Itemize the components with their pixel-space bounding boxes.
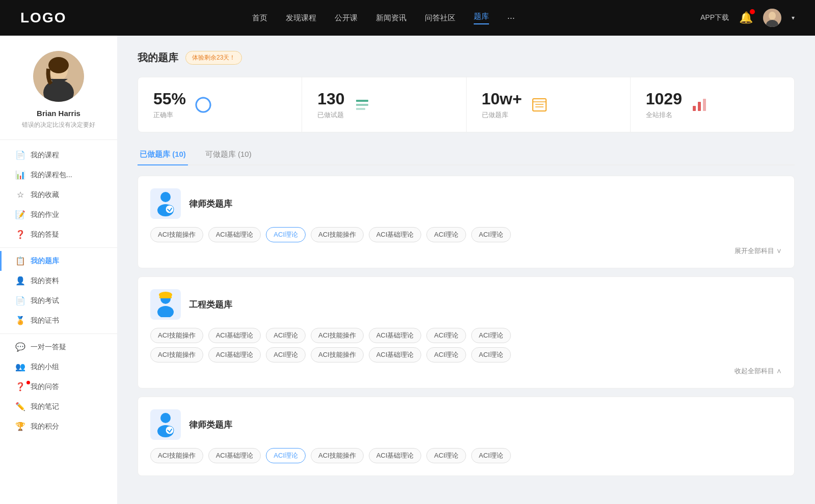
sidebar: Brian Harris 错误的决定比没有决定要好 📄 我的课程 📊 我的课程包… [0,36,117,504]
svg-rect-9 [356,104,368,106]
svg-point-20 [166,205,174,213]
tag-eng-8[interactable]: ACI基础理论 [208,347,261,362]
stat-ranking: 1029 全站排名 [631,77,794,132]
tag-lawyer2-4[interactable]: ACI基础理论 [369,448,422,463]
stat-accuracy-value: 55% [153,90,186,108]
tag-eng-4[interactable]: ACI基础理论 [369,328,422,343]
svg-rect-8 [356,100,368,102]
packages-icon: 📊 [15,170,25,180]
stat-ranking-label: 全站排名 [646,110,682,120]
sidebar-item-exam[interactable]: 📄 我的考试 [0,291,117,311]
nav-item-qa[interactable]: 问答社区 [425,13,455,23]
tag-lawyer-1-5[interactable]: ACI理论 [426,227,466,242]
stat-done-questions: 130 已做试题 [302,77,466,132]
sidebar-item-certificate[interactable]: 🏅 我的证书 [0,311,117,330]
bank-card-engineer-header: 工程类题库 [150,289,782,320]
sidebar-item-profile[interactable]: 👤 我的资料 [0,271,117,291]
svg-rect-16 [698,102,701,111]
nav-right: APP下载 🔔 ▾ [700,9,795,27]
tag-lawyer-1-3[interactable]: ACI技能操作 [311,227,364,242]
bank-card-lawyer-2-header: 律师类题库 [150,409,782,440]
svg-point-1 [769,12,776,20]
nav-item-bank[interactable]: 题库 [474,12,489,24]
tag-eng-2[interactable]: ACI理论 [266,328,306,343]
sidebar-item-question-bank[interactable]: 📋 我的题库 [0,251,117,271]
tag-lawyer2-6[interactable]: ACI理论 [471,448,511,463]
tag-eng-10[interactable]: ACI技能操作 [311,347,364,362]
bank-engineer-tags-row2: ACI技能操作 ACI基础理论 ACI理论 ACI技能操作 ACI基础理论 AC… [150,347,782,362]
tag-eng-0[interactable]: ACI技能操作 [150,328,203,343]
sidebar-item-my-qa[interactable]: ❓ 我的答疑 [0,225,117,244]
tab-available[interactable]: 可做题库 (10) [203,145,254,164]
avatar[interactable] [763,9,781,27]
svg-point-6 [48,57,69,73]
bank-engineer-icon [150,289,181,320]
tutoring-icon: 💬 [15,342,25,352]
tag-eng-13[interactable]: ACI理论 [471,347,511,362]
tag-eng-7[interactable]: ACI技能操作 [150,347,203,362]
sidebar-item-notes[interactable]: ✏️ 我的笔记 [0,397,117,416]
courses-icon: 📄 [15,150,25,160]
stat-done-questions-value: 130 [317,90,344,108]
notification-bell[interactable]: 🔔 [739,11,753,24]
tag-lawyer2-3[interactable]: ACI技能操作 [311,448,364,463]
svg-point-18 [160,192,171,202]
profile-icon: 👤 [15,276,25,286]
tag-eng-1[interactable]: ACI基础理论 [208,328,261,343]
nav-item-open[interactable]: 公开课 [335,13,358,23]
tag-eng-9[interactable]: ACI理论 [266,347,306,362]
nav-more-icon[interactable]: ··· [507,13,515,23]
sidebar-item-homework[interactable]: 📝 我的作业 [0,205,117,225]
points-icon: 🏆 [15,422,25,431]
tag-eng-3[interactable]: ACI技能操作 [311,328,364,343]
book-icon-svg [531,97,548,113]
svg-rect-10 [356,108,365,110]
page-title: 我的题库 [138,51,178,65]
tag-lawyer2-2[interactable]: ACI理论 [266,448,306,463]
navbar: LOGO 首页 发现课程 公开课 新闻资讯 问答社区 题库 ··· APP下载 … [0,0,815,36]
tab-done[interactable]: 已做题库 (10) [138,145,188,164]
bank-card-lawyer-2: 律师类题库 ACI技能操作 ACI基础理论 ACI理论 ACI技能操作 ACI基… [138,397,795,476]
tag-eng-5[interactable]: ACI理论 [426,328,466,343]
tag-lawyer2-5[interactable]: ACI理论 [426,448,466,463]
user-avatar-image [33,51,84,102]
tag-eng-11[interactable]: ACI基础理论 [369,347,422,362]
tag-lawyer-1-2[interactable]: ACI理论 [266,227,306,242]
stat-accuracy-text: 55% 正确率 [153,90,186,120]
tag-eng-6[interactable]: ACI理论 [471,328,511,343]
nav-item-news[interactable]: 新闻资讯 [376,13,406,23]
tag-lawyer2-0[interactable]: ACI技能操作 [150,448,203,463]
bank-lawyer-2-tags: ACI技能操作 ACI基础理论 ACI理论 ACI技能操作 ACI基础理论 AC… [150,448,782,463]
nav-item-home[interactable]: 首页 [252,13,267,23]
nav-item-courses[interactable]: 发现课程 [286,13,316,23]
stat-done-banks: 10w+ 已做题库 [467,77,631,132]
tag-lawyer2-1[interactable]: ACI基础理论 [208,448,261,463]
tag-lawyer-1-6[interactable]: ACI理论 [471,227,511,242]
expand-lawyer-1-link[interactable]: 展开全部科目 ∨ [150,246,782,256]
bank-lawyer-1-icon [150,188,181,219]
sidebar-item-group[interactable]: 👥 我的小组 [0,357,117,377]
sidebar-item-favorites[interactable]: ☆ 我的收藏 [0,185,117,205]
sidebar-item-my-courses[interactable]: 📄 我的课程 [0,145,117,165]
tag-lawyer-1-0[interactable]: ACI技能操作 [150,227,203,242]
svg-rect-24 [159,296,172,298]
svg-point-27 [166,426,174,434]
stats-row: 55% 正确率 130 已做试题 [138,77,795,132]
tabs-row: 已做题库 (10) 可做题库 (10) [138,145,795,165]
questions-icon: ❓ [15,382,25,391]
tag-lawyer-1-1[interactable]: ACI基础理论 [208,227,261,242]
tag-lawyer-1-4[interactable]: ACI基础理论 [369,227,422,242]
bank-lawyer-2-icon [150,409,181,440]
sidebar-item-course-packages[interactable]: 📊 我的课程包... [0,165,117,185]
user-motto: 错误的决定比没有决定要好 [22,121,95,129]
avatar-dropdown-arrow[interactable]: ▾ [792,14,795,21]
lawyer-person-icon-2 [154,412,177,437]
sidebar-item-points[interactable]: 🏆 我的积分 [0,416,117,436]
sidebar-item-questions[interactable]: ❓ 我的问答 [0,377,117,397]
sidebar-item-tutoring[interactable]: 💬 一对一答疑 [0,337,117,357]
collapse-engineer-link[interactable]: 收起全部科目 ∧ [150,367,782,376]
svg-rect-15 [693,106,696,111]
group-icon: 👥 [15,362,25,372]
app-download-link[interactable]: APP下载 [700,13,729,22]
tag-eng-12[interactable]: ACI理论 [426,347,466,362]
